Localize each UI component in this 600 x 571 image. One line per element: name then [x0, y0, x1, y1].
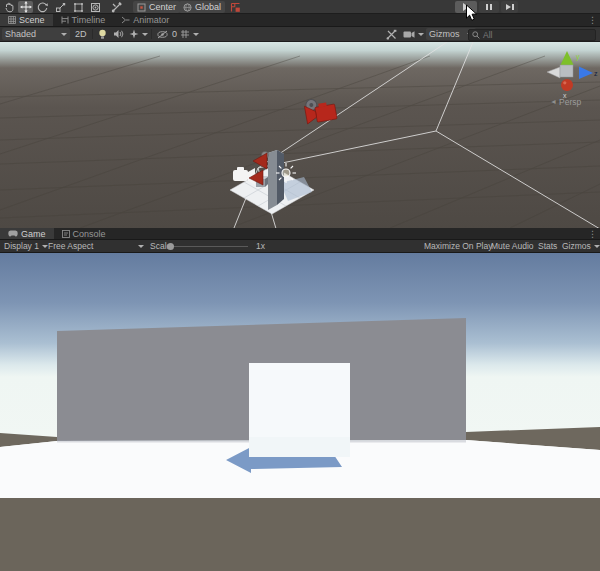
camera-icon	[403, 30, 415, 39]
scene-render: y z x ◄ Persp	[0, 42, 600, 228]
gizmo-center-cube[interactable]	[560, 65, 573, 77]
chevron-down-icon	[594, 245, 600, 248]
scene-viewport[interactable]: y z x ◄ Persp	[0, 42, 600, 228]
tab-animator[interactable]: Animator	[113, 14, 177, 26]
foreground-ground	[0, 498, 600, 571]
scene-audio-toggle[interactable]	[110, 28, 127, 40]
globe-icon	[183, 3, 192, 12]
tab-console-label: Console	[73, 229, 106, 239]
snap-settings-button[interactable]	[228, 1, 243, 13]
lightbulb-icon	[98, 29, 107, 40]
move-icon	[20, 1, 32, 13]
draw-mode-label: Shaded	[5, 29, 58, 39]
wrench-hammer-icon	[111, 2, 122, 13]
tab-timeline-label: Timeline	[72, 15, 106, 25]
game-viewport[interactable]	[0, 253, 600, 571]
grid-snap-icon	[230, 2, 241, 13]
scale-slider-thumb[interactable]	[167, 243, 174, 250]
scene-view-toolbar: Shaded 2D 0	[0, 27, 600, 42]
chevron-down-icon	[418, 33, 424, 36]
eye-slash-icon	[157, 30, 169, 39]
play-icon	[463, 3, 469, 11]
aspect-dropdown[interactable]: Free Aspect	[44, 240, 148, 252]
scene-tools-button[interactable]	[383, 28, 400, 40]
pivot-center-button[interactable]: Center	[133, 1, 180, 13]
scale-slider-track[interactable]	[170, 246, 248, 247]
divider	[151, 29, 152, 39]
custom-tool-button[interactable]	[109, 1, 124, 13]
grid-icon	[180, 29, 190, 39]
scene-camera-dropdown[interactable]	[400, 28, 427, 40]
display-label: Display 1	[4, 241, 39, 251]
tab-game-label: Game	[21, 229, 46, 239]
scene-icon	[8, 16, 16, 24]
maximize-on-play-toggle[interactable]: Maximize On Play	[420, 240, 497, 252]
pause-button[interactable]	[479, 1, 499, 13]
pause-icon	[486, 4, 492, 10]
effects-dropdown[interactable]	[126, 28, 151, 40]
move-tool-button[interactable]	[18, 1, 33, 13]
main-toolbar: Center Global	[0, 0, 600, 14]
wall-slab[interactable]	[268, 150, 284, 210]
tab-timeline[interactable]: Timeline	[53, 14, 114, 26]
axis-x-ball[interactable]	[561, 79, 573, 91]
scale-tool-button[interactable]	[53, 1, 68, 13]
scene-tabbar: Scene Timeline Animator ⋮	[0, 14, 600, 27]
cube-base-shading	[249, 437, 350, 457]
divider	[92, 29, 93, 39]
center-label: Center	[149, 2, 176, 12]
axis-x-highlight	[563, 81, 566, 84]
scene-search-field[interactable]: All	[468, 29, 596, 41]
transform-icon	[90, 2, 101, 13]
sun-light-gizmo[interactable]	[276, 163, 296, 183]
transform-tool-button[interactable]	[88, 1, 103, 13]
rotate-icon	[37, 2, 48, 13]
animator-icon	[121, 16, 130, 24]
axis-y-label: y	[576, 53, 580, 61]
console-icon	[62, 230, 70, 238]
hand-icon	[4, 2, 15, 13]
unity-editor-window: Center Global Scene Timeline	[0, 0, 600, 571]
scene-background	[0, 42, 600, 228]
projection-label[interactable]: Persp	[559, 97, 581, 107]
wrench-hammer-icon	[386, 29, 397, 40]
chevron-down-icon	[142, 33, 148, 36]
rotate-tool-button[interactable]	[35, 1, 50, 13]
rect-tool-button[interactable]	[71, 1, 86, 13]
effects-icon	[129, 29, 139, 39]
rect-tool-icon	[73, 2, 84, 13]
grid-visibility-dropdown[interactable]	[177, 28, 202, 40]
pivot-icon	[137, 3, 146, 12]
2d-label: 2D	[75, 29, 87, 39]
scene-tab-overflow[interactable]: ⋮	[588, 14, 597, 26]
pivot-global-button[interactable]: Global	[179, 1, 225, 13]
2d-toggle-button[interactable]: 2D	[72, 28, 90, 40]
aspect-label: Free Aspect	[48, 241, 135, 251]
draw-mode-dropdown[interactable]: Shaded	[2, 28, 70, 40]
game-view-toolbar: Display 1 Free Aspect Scale 1x Maximize …	[0, 240, 600, 253]
game-tabbar: Game Console ⋮	[0, 228, 600, 240]
tab-scene[interactable]: Scene	[0, 14, 53, 26]
axis-z-label: z	[594, 70, 598, 77]
gamepad-icon	[8, 230, 18, 237]
timeline-icon	[61, 16, 69, 24]
tab-scene-label: Scene	[19, 15, 45, 25]
game-tab-overflow[interactable]: ⋮	[588, 228, 597, 240]
scale-value: 1x	[252, 240, 269, 252]
tab-console[interactable]: Console	[54, 228, 114, 239]
step-button[interactable]	[501, 1, 518, 13]
play-button[interactable]	[455, 1, 477, 13]
scale-icon	[55, 2, 66, 13]
chevron-down-icon	[61, 33, 67, 36]
mute-audio-toggle[interactable]: Mute Audio	[487, 240, 538, 252]
tab-game[interactable]: Game	[0, 228, 54, 239]
global-label: Global	[195, 2, 221, 12]
tab-animator-label: Animator	[133, 15, 169, 25]
search-filter-label: All	[483, 30, 492, 40]
scene-lighting-toggle[interactable]	[95, 28, 110, 40]
search-icon	[472, 31, 480, 39]
hand-tool-button[interactable]	[2, 1, 17, 13]
game-gizmos-dropdown[interactable]: Gizmos	[558, 240, 600, 252]
chevron-down-icon	[138, 245, 144, 248]
audio-icon	[113, 29, 124, 39]
